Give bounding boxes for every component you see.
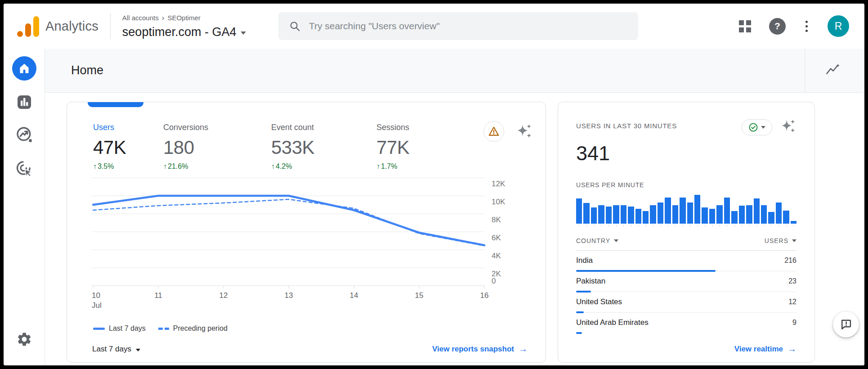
minute-bar (716, 205, 722, 224)
minute-bar (754, 198, 760, 224)
svg-text:8K: 8K (492, 216, 501, 224)
overview-footer: Last 7 days View reports snapshot → (92, 344, 528, 354)
date-range-selector[interactable]: Last 7 days (92, 345, 140, 354)
admin-gear-icon (16, 331, 32, 347)
dashed-line-swatch (158, 328, 169, 330)
active-tab-indicator[interactable] (88, 102, 143, 107)
svg-text:15: 15 (415, 291, 424, 300)
view-reports-snapshot-link[interactable]: View reports snapshot → (432, 344, 528, 354)
sidebar-item-admin[interactable] (16, 331, 32, 347)
metric-tab-sessions[interactable]: Sessions 77K ↑1.7% (376, 123, 409, 171)
insights-sparkle-icon[interactable] (516, 123, 533, 142)
sidebar-item-explore[interactable] (15, 126, 33, 144)
solid-line-swatch (93, 328, 105, 330)
svg-text:10: 10 (92, 291, 100, 300)
reports-icon (15, 93, 33, 111)
minute-bar (687, 202, 693, 224)
search-input[interactable] (309, 21, 628, 32)
table-row: United Arab Emirates 9 (576, 313, 796, 333)
minute-bar (709, 209, 715, 224)
overview-card: Users 47K ↑3.5% Conversions 180 ↑21.6% E… (67, 102, 546, 363)
column-header-users[interactable]: USERS (765, 237, 796, 244)
page-header-band: Home (45, 49, 864, 93)
minute-bar (739, 206, 745, 224)
search-bar[interactable] (278, 12, 638, 40)
insights-trend-icon[interactable] (826, 63, 840, 79)
chevron-down-icon (136, 349, 140, 351)
breadcrumb: All accounts › SEOptimer (122, 14, 246, 22)
svg-text:0: 0 (492, 277, 496, 285)
svg-text:14: 14 (350, 291, 358, 300)
account-selector-block: All accounts › SEOptimer seoptimer.com -… (122, 14, 246, 39)
avatar[interactable]: R (828, 15, 849, 37)
arrow-right-icon: → (519, 344, 528, 354)
chevron-down-icon (761, 126, 765, 129)
help-icon[interactable]: ? (769, 18, 786, 35)
minute-bar (635, 209, 641, 224)
up-arrow-icon: ↑ (376, 162, 380, 171)
sort-caret-icon (792, 239, 796, 242)
left-nav-sidebar (4, 49, 45, 365)
minute-bar (761, 205, 767, 224)
apps-grid-icon[interactable] (739, 20, 751, 32)
metric-label: Users (93, 123, 163, 132)
minute-bar (643, 211, 649, 224)
table-header: COUNTRY USERS (576, 237, 796, 251)
metric-tab-event-count[interactable]: Event count 533K ↑4.2% (271, 123, 376, 171)
minute-bar (583, 203, 589, 224)
advertising-icon (15, 160, 33, 178)
insights-sparkle-icon[interactable] (780, 118, 796, 136)
minute-bar (650, 205, 656, 224)
feedback-button[interactable] (833, 311, 859, 338)
arrow-right-icon: → (787, 344, 796, 354)
metric-label: Sessions (376, 123, 409, 132)
analytics-logo-icon (17, 15, 39, 37)
minute-bar (591, 207, 597, 224)
metric-label: Conversions (163, 123, 271, 132)
metric-delta: ↑4.2% (271, 162, 376, 171)
main-content: Home Users 47K (45, 49, 864, 365)
preceding-period-line (93, 199, 484, 246)
up-arrow-icon: ↑ (93, 162, 97, 171)
view-realtime-link[interactable]: View realtime → (734, 344, 796, 354)
country-users: 23 (788, 277, 796, 285)
minute-bar (791, 221, 796, 224)
metric-delta: ↑21.6% (163, 162, 271, 171)
data-warning-button[interactable] (483, 121, 504, 142)
analytics-logo[interactable]: Analytics (4, 15, 98, 37)
topbar-actions: ? R (739, 15, 864, 37)
minute-bar (621, 205, 626, 224)
page-title: Home (45, 63, 103, 77)
feedback-bubble-icon (840, 318, 852, 331)
sort-caret-icon (614, 239, 618, 242)
property-selector[interactable]: seoptimer.com - GA4 (122, 25, 246, 39)
country-name: United States (576, 297, 622, 306)
realtime-country-table: COUNTRY USERS India 216 (576, 237, 796, 333)
logo-dot (17, 31, 23, 37)
chevron-right-icon: › (162, 14, 165, 22)
breadcrumb-account[interactable]: SEOptimer (167, 14, 200, 22)
minute-bar (658, 202, 663, 224)
breadcrumb-all-accounts[interactable]: All accounts (122, 14, 159, 22)
realtime-header: USERS IN LAST 30 MINUTES (576, 118, 796, 136)
property-title: seoptimer.com - GA4 (122, 25, 237, 39)
metric-tab-conversions[interactable]: Conversions 180 ↑21.6% (163, 123, 271, 171)
realtime-card: USERS IN LAST 30 MINUTES (558, 102, 815, 363)
metric-tab-users[interactable]: Users 47K ↑3.5% (93, 123, 163, 171)
minute-bar (776, 202, 782, 224)
more-options-icon[interactable] (804, 19, 810, 34)
metric-value: 533K (271, 137, 376, 158)
sidebar-item-reports[interactable] (15, 93, 33, 111)
minute-bar (731, 211, 737, 224)
country-users: 9 (792, 319, 796, 327)
minute-bar (680, 198, 685, 224)
minute-bar (628, 207, 634, 224)
sidebar-item-advertising[interactable] (15, 160, 33, 178)
column-header-country[interactable]: COUNTRY (576, 237, 618, 244)
minute-bar (746, 205, 752, 224)
sidebar-item-home[interactable] (12, 56, 36, 81)
svg-text:16: 16 (480, 291, 489, 300)
analytics-logo-text: Analytics (45, 19, 98, 34)
realtime-status-button[interactable] (742, 119, 772, 135)
search-icon (289, 20, 300, 32)
